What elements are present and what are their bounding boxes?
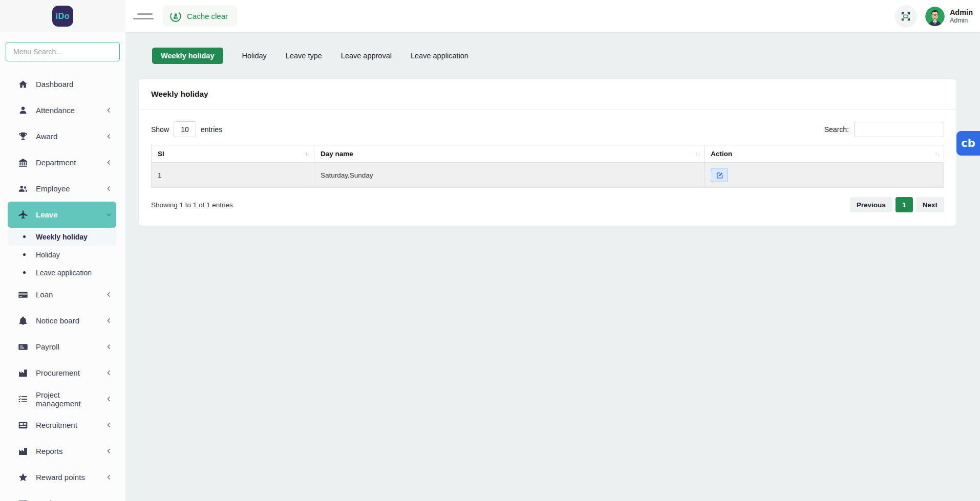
tasks-icon	[18, 394, 28, 404]
tab-leave-application[interactable]: Leave application	[411, 52, 468, 60]
card-title: Weekly holiday	[139, 79, 956, 110]
cache-clear-label: Cache clear	[187, 12, 228, 20]
sidebar-item-loan[interactable]: Loan	[8, 281, 116, 308]
sidebar-item-label: Award	[36, 132, 57, 141]
industry-icon	[18, 368, 28, 378]
sidebar-item-notice-board[interactable]: Notice board	[8, 308, 116, 334]
sidebar-subitem-label: Holiday	[36, 251, 60, 259]
user-role: Admin	[950, 17, 973, 25]
weekly-holiday-table: Sl ↑↓ Day name ↑↓ Action ↑↓	[151, 145, 944, 188]
hamburger-menu-icon[interactable]	[133, 13, 154, 19]
tab-holiday[interactable]: Holiday	[242, 52, 267, 60]
previous-page-button[interactable]: Previous	[850, 197, 892, 212]
card-icon	[18, 498, 28, 501]
sidebar-item-procurement[interactable]: Procurement	[8, 360, 116, 386]
bullet-icon	[23, 253, 26, 256]
sidebar-subitem-leave-application[interactable]: Leave application	[8, 264, 116, 281]
user-name: Admin	[950, 8, 973, 17]
user-info[interactable]: Admin Admin	[950, 8, 975, 25]
next-page-button[interactable]: Next	[916, 197, 944, 212]
entries-label: entries	[201, 125, 222, 134]
chevron-left-icon	[105, 422, 112, 428]
sidebar-item-label: Payroll	[36, 342, 59, 351]
sidebar-item-label: Reports	[36, 447, 63, 455]
chevron-left-icon	[105, 396, 112, 402]
tab-weekly-holiday[interactable]: Weekly holiday	[152, 48, 223, 64]
sidebar-item-dashboard[interactable]: Dashboard	[8, 71, 116, 97]
sidebar-item-department[interactable]: Department	[8, 149, 116, 176]
show-label: Show	[151, 125, 169, 134]
app-logo[interactable]: iDo	[52, 6, 73, 27]
sidebar-item-recruitment[interactable]: Recruitment	[8, 412, 116, 438]
table-search-input[interactable]	[854, 122, 944, 137]
newspaper-icon	[18, 420, 28, 430]
edit-icon	[716, 171, 723, 179]
column-header-sl[interactable]: Sl ↑↓	[152, 145, 314, 163]
page-1-button[interactable]: 1	[896, 197, 913, 212]
bullet-icon	[23, 235, 26, 238]
logo-area: iDo	[0, 0, 125, 32]
cache-clear-button[interactable]: Cache clear	[163, 6, 237, 27]
users-icon	[18, 184, 28, 194]
table-row: 1 Saturday,Sunday	[152, 163, 944, 188]
bell-icon	[18, 316, 28, 326]
sidebar-item-label: Department	[36, 158, 76, 167]
sidebar-item-settings[interactable]: Settings	[8, 490, 116, 501]
menu-search-input[interactable]	[6, 42, 120, 61]
chevron-left-icon	[105, 107, 112, 114]
broom-icon	[169, 10, 182, 23]
bullet-icon	[23, 271, 26, 274]
credit-card-icon	[18, 290, 28, 300]
star-icon	[18, 472, 28, 483]
sidebar-item-label: Notice board	[36, 316, 79, 325]
chevron-left-icon	[105, 343, 112, 350]
tabs-bar: Weekly holiday Holiday Leave type Leave …	[152, 47, 980, 64]
page-length-select[interactable]: 10	[174, 121, 196, 137]
sidebar-item-label: Recruitment	[36, 421, 77, 429]
sidebar-item-label: Attendance	[36, 106, 75, 115]
fullscreen-button[interactable]	[894, 5, 917, 28]
sort-icon[interactable]: ↑↓	[935, 151, 940, 157]
chevron-left-icon	[105, 133, 112, 140]
sidebar-item-label: Settings	[36, 499, 63, 501]
chevron-left-icon	[105, 291, 112, 298]
tab-leave-type[interactable]: Leave type	[286, 52, 322, 60]
sidebar-item-attendance[interactable]: Attendance	[8, 97, 116, 123]
sidebar-item-label: Reward points	[36, 473, 85, 482]
sidebar-item-project-management[interactable]: Project management	[8, 386, 116, 412]
column-header-action[interactable]: Action ↑↓	[705, 145, 944, 163]
sort-icon[interactable]: ↑↓	[695, 151, 700, 157]
sidebar-item-reward-points[interactable]: Reward points	[8, 464, 116, 490]
sidebar-item-label: Employee	[36, 184, 70, 193]
edit-button[interactable]	[711, 168, 728, 182]
sidebar-item-label: Leave	[36, 210, 58, 219]
cell-sl: 1	[152, 163, 314, 188]
chevron-left-icon	[105, 159, 112, 166]
weekly-holiday-card: Weekly holiday Show 10 entries Search:	[139, 79, 956, 226]
column-header-day-name[interactable]: Day name ↑↓	[314, 145, 705, 163]
main-content: Weekly holiday Holiday Leave type Leave …	[125, 32, 980, 501]
sidebar-item-employee[interactable]: Employee	[8, 176, 116, 202]
fullscreen-icon	[900, 11, 911, 22]
sidebar-item-reports[interactable]: Reports	[8, 438, 116, 464]
sidebar-subitem-holiday[interactable]: Holiday	[8, 246, 116, 264]
chevron-down-icon	[105, 211, 112, 218]
tab-leave-approval[interactable]: Leave approval	[341, 52, 392, 60]
bank-icon	[18, 158, 28, 168]
chevron-left-icon	[105, 185, 112, 192]
sidebar-item-label: Dashboard	[36, 80, 73, 89]
chart-icon	[18, 446, 28, 456]
sort-icon[interactable]: ↑↓	[305, 151, 310, 157]
sidebar-subitem-label: Leave application	[36, 269, 92, 277]
sidebar-item-payroll[interactable]: Payroll	[8, 334, 116, 360]
sidebar-subitem-weekly-holiday[interactable]: Weekly holiday	[8, 228, 116, 246]
chevron-left-icon	[105, 317, 112, 324]
sidebar-subitem-label: Weekly holiday	[36, 233, 88, 241]
sidebar-item-label: Project management	[36, 390, 105, 408]
user-icon	[18, 105, 28, 116]
cb-extension-badge[interactable]: cb	[956, 131, 980, 156]
sidebar-item-award[interactable]: Award	[8, 123, 116, 149]
sidebar-item-leave[interactable]: Leave	[8, 202, 116, 228]
trophy-icon	[18, 132, 28, 142]
avatar[interactable]	[925, 7, 945, 26]
